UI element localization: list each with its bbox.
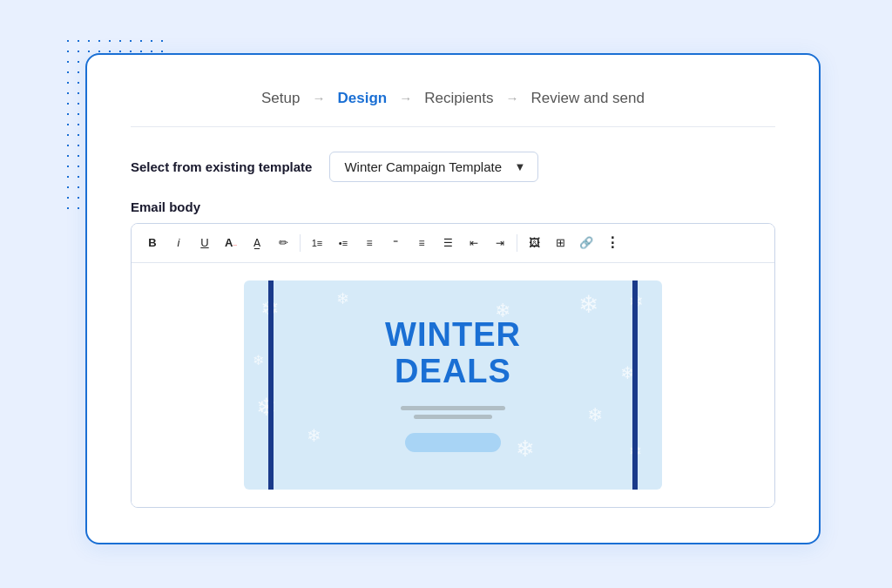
banner-text-placeholder — [385, 406, 521, 419]
step-review[interactable]: Review and send — [526, 90, 650, 107]
chevron-down-icon: ▼ — [515, 160, 526, 173]
insert-table-button[interactable]: ⊞ — [548, 231, 572, 255]
email-editor: B i U A_ A̲ ✏ 1≡ •≡ ≡ ⁼ ≡ ☰ ⇤ ⇥ 🖼 ⊞ 🔗 ⋮ — [131, 223, 775, 508]
page-wrapper: Setup → Design → Recipients → Review and… — [71, 44, 821, 544]
editor-content-area[interactable]: ❄❄❄❄❄❄❄❄❄❄❄❄ WINTER DEALS — [132, 263, 774, 507]
arrow-1: → — [312, 91, 325, 105]
insert-image-button[interactable]: 🖼 — [522, 231, 546, 255]
snowflake-icon: ❄ — [307, 427, 321, 444]
insert-link-button[interactable]: 🔗 — [574, 231, 598, 255]
template-selector-row: Select from existing template Winter Cam… — [131, 152, 775, 182]
banner-line-2 — [414, 415, 492, 419]
arrow-3: → — [506, 91, 519, 105]
winter-campaign-banner: ❄❄❄❄❄❄❄❄❄❄❄❄ WINTER DEALS — [244, 280, 662, 490]
template-dropdown[interactable]: Winter Campaign Template ▼ — [329, 152, 538, 182]
step-recipients[interactable]: Recipients — [419, 90, 498, 107]
eraser-button[interactable]: ✏ — [271, 231, 295, 255]
step-design-label[interactable]: Design — [332, 90, 392, 107]
banner-line-1 — [401, 406, 505, 410]
banner-cta-button — [405, 433, 501, 452]
align-left-button[interactable]: ≡ — [357, 231, 382, 255]
more-options-button[interactable]: ⋮ — [600, 231, 625, 255]
font-color-button[interactable]: A_ — [219, 231, 243, 255]
bold-button[interactable]: B — [140, 231, 165, 255]
step-setup-label[interactable]: Setup — [256, 90, 305, 107]
toolbar-separator-2 — [517, 234, 517, 252]
italic-button[interactable]: i — [166, 231, 191, 255]
main-card: Setup → Design → Recipients → Review and… — [85, 53, 821, 544]
right-vertical-bar — [632, 280, 638, 490]
snowflake-icon: ❄ — [587, 406, 603, 425]
step-recipients-label[interactable]: Recipients — [419, 90, 498, 107]
underline-button[interactable]: U — [193, 231, 217, 255]
unordered-list-button[interactable]: •≡ — [331, 231, 355, 255]
template-selected-value: Winter Campaign Template — [344, 159, 502, 174]
step-design[interactable]: Design — [332, 90, 392, 107]
arrow-2: → — [399, 91, 412, 105]
snowflake-icon: ❄ — [253, 354, 264, 368]
banner-title: WINTER DEALS — [385, 317, 521, 390]
stepper: Setup → Design → Recipients → Review and… — [131, 90, 775, 127]
template-selector-label: Select from existing template — [131, 159, 312, 174]
toolbar-separator-1 — [300, 234, 301, 252]
ordered-list-button[interactable]: 1≡ — [305, 231, 329, 255]
step-review-label[interactable]: Review and send — [526, 90, 650, 107]
highlight-button[interactable]: A̲ — [245, 231, 269, 255]
indent-right-button[interactable]: ⇥ — [488, 231, 512, 255]
indent-left-button[interactable]: ⇤ — [462, 231, 486, 255]
justify-button[interactable]: ☰ — [436, 231, 460, 255]
banner-title-line2: DEALS — [385, 354, 521, 390]
step-setup[interactable]: Setup — [256, 90, 305, 107]
banner-title-line1: WINTER — [385, 317, 521, 354]
banner-content: WINTER DEALS — [333, 291, 573, 478]
align-center-button[interactable]: ⁼ — [383, 231, 408, 255]
left-vertical-bar — [268, 280, 274, 490]
snowflake-icon: ❄ — [578, 293, 598, 317]
editor-toolbar: B i U A_ A̲ ✏ 1≡ •≡ ≡ ⁼ ≡ ☰ ⇤ ⇥ 🖼 ⊞ 🔗 ⋮ — [132, 224, 774, 263]
email-body-label: Email body — [131, 199, 775, 214]
align-right-button[interactable]: ≡ — [409, 231, 434, 255]
